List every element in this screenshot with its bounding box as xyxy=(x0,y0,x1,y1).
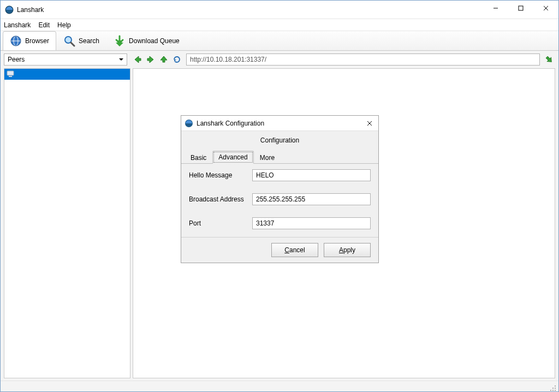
nav-back-button[interactable] xyxy=(132,54,144,66)
menu-lanshark[interactable]: Lanshark xyxy=(4,21,31,29)
status-bar xyxy=(1,381,558,391)
dialog-title: Lanshark Configuration xyxy=(197,120,364,127)
tab-browser-label: Browser xyxy=(25,37,49,45)
app-icon xyxy=(185,119,193,128)
url-input[interactable]: http://10.10.18.201:31337/ xyxy=(186,54,540,66)
hello-message-input[interactable] xyxy=(252,169,371,181)
peer-row[interactable] xyxy=(4,69,130,80)
tab-search[interactable]: Search xyxy=(56,31,106,50)
nav-forward-button[interactable] xyxy=(145,54,157,66)
svg-rect-12 xyxy=(7,71,14,75)
dialog-tab-advanced[interactable]: Advanced xyxy=(212,151,253,164)
port-label: Port xyxy=(189,219,252,227)
menu-help[interactable]: Help xyxy=(57,21,71,29)
tab-browser[interactable]: Browser xyxy=(3,31,56,50)
window-maximize-button[interactable] xyxy=(508,1,533,16)
hello-message-label: Hello Message xyxy=(189,171,252,179)
menu-bar: Lanshark Edit Help xyxy=(1,19,558,31)
download-icon xyxy=(114,35,126,47)
url-value: http://10.10.18.201:31337/ xyxy=(190,56,266,63)
dialog-title-bar: Lanshark Configuration xyxy=(181,116,378,131)
dialog-heading: Configuration xyxy=(181,131,378,150)
computer-icon xyxy=(7,70,14,79)
apply-button[interactable]: Apply xyxy=(324,243,371,257)
tab-search-label: Search xyxy=(79,37,99,45)
globe-icon xyxy=(10,35,22,47)
resize-grip-icon[interactable] xyxy=(550,385,556,391)
dialog-close-button[interactable] xyxy=(364,118,375,129)
svg-line-11 xyxy=(71,43,74,46)
toolbar: Browser Search Download Queue xyxy=(1,31,558,51)
title-bar: Lanshark xyxy=(1,1,558,19)
navigation-bar: Peers http://10.10.18.201:31337/ xyxy=(1,51,558,68)
peers-dropdown[interactable]: Peers xyxy=(4,54,127,66)
tab-download-queue[interactable]: Download Queue xyxy=(106,31,187,50)
window-close-button[interactable] xyxy=(533,1,558,16)
tab-download-queue-label: Download Queue xyxy=(129,37,180,45)
nav-up-button[interactable] xyxy=(158,54,170,66)
menu-edit[interactable]: Edit xyxy=(38,21,50,29)
app-icon xyxy=(5,5,14,14)
broadcast-address-input[interactable] xyxy=(252,193,371,205)
svg-rect-3 xyxy=(519,6,523,10)
configuration-dialog: Lanshark Configuration Configuration Bas… xyxy=(181,115,379,263)
dialog-tabs: Basic Advanced More xyxy=(181,150,378,164)
peers-dropdown-label: Peers xyxy=(8,56,25,63)
dialog-tab-more[interactable]: More xyxy=(254,151,281,164)
svg-rect-13 xyxy=(9,76,12,77)
window-title: Lanshark xyxy=(17,6,483,14)
peers-sidebar xyxy=(4,68,130,378)
nav-refresh-button[interactable] xyxy=(171,54,183,66)
window-minimize-button[interactable] xyxy=(483,1,508,16)
nav-go-button[interactable] xyxy=(543,54,555,66)
port-input[interactable] xyxy=(252,217,371,229)
broadcast-address-label: Broadcast Address xyxy=(189,195,252,203)
magnifier-icon xyxy=(63,35,75,47)
chevron-down-icon xyxy=(119,56,123,63)
dialog-tab-basic[interactable]: Basic xyxy=(185,151,212,164)
cancel-button[interactable]: Cancel xyxy=(271,243,318,257)
